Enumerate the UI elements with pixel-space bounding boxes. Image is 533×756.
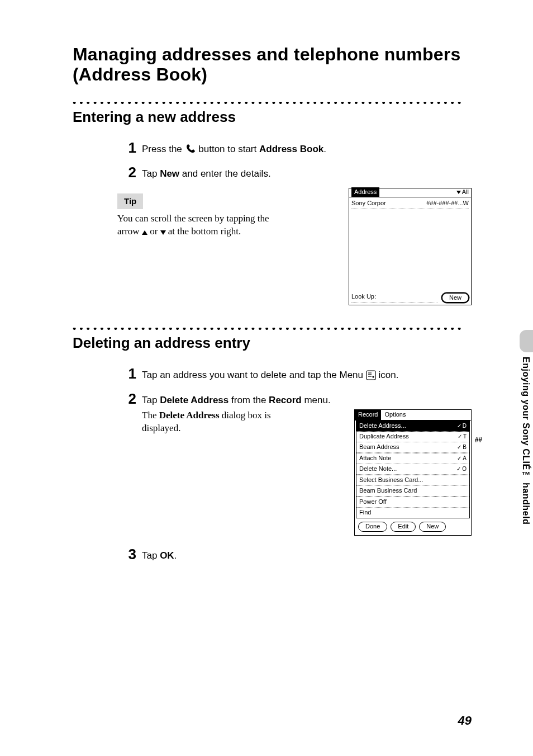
step-3: 3 Tap OK. (117, 547, 472, 563)
text: icon. (378, 370, 398, 380)
text: from the (229, 395, 269, 405)
step-number: 2 (117, 165, 136, 180)
menu-item-label: Find (359, 508, 371, 517)
new-button[interactable]: New (419, 522, 446, 532)
menu-item-label: Attach Note (359, 454, 391, 463)
step-body: Tap an address you want to delete and ta… (142, 366, 472, 385)
menu-item-delete-address[interactable]: Delete Address... ✓D (356, 421, 469, 432)
text: Tap an address you want to delete and ta… (142, 370, 366, 380)
palm-menu-panel: Delete Address... ✓D Duplicate Address ✓… (356, 420, 470, 518)
step-body: Tap OK. (142, 547, 472, 563)
menu-item-delete-note[interactable]: Delete Note... ✓O (356, 464, 469, 475)
phone-button-icon (185, 143, 196, 159)
menu-item-label: Duplicate Address (359, 432, 409, 441)
shortcut: ✓B (457, 443, 467, 452)
palm-bottom-bar: Look Up: New (351, 292, 469, 303)
chapter-title: Managing addresses and telephone numbers… (73, 45, 472, 85)
done-button[interactable]: Done (358, 522, 387, 532)
step-2: 2 Tap New and enter the details. (117, 165, 472, 181)
section-deleting-address: Deleting an address entry 1 Tap an addre… (73, 328, 472, 563)
tip-text: You can scroll the screen by tapping the… (117, 212, 285, 238)
note-and-screenshot-row: The Delete Address dialog box is display… (142, 409, 472, 535)
tab-options[interactable]: Options (381, 410, 409, 420)
text: at the bottom right. (166, 226, 241, 237)
menu-item-beam-business-card[interactable]: Beam Business Card (356, 486, 469, 497)
list-item-phone: ###-###-##...W (426, 199, 469, 208)
step-number: 1 (117, 140, 136, 155)
address-list-screenshot: Address All Sony Corpor ###-###-##...W L… (349, 188, 472, 305)
step-number: 3 (117, 547, 136, 562)
tip-column: Tip You can scroll the screen by tapping… (117, 188, 285, 238)
text: menu. (302, 395, 331, 405)
palm-title-bar: Address All (349, 188, 471, 197)
step-number: 1 (117, 366, 136, 381)
text: Tap (142, 395, 160, 405)
lookup-field[interactable]: Look Up: (351, 292, 437, 303)
text-bold: New (160, 168, 179, 179)
step-1: 1 Tap an address you want to delete and … (117, 366, 472, 385)
text: All (462, 188, 469, 197)
section-entering-new-address: Entering a new address 1 Press the butto… (73, 102, 472, 305)
edge-thumb-tab (520, 330, 533, 352)
text: . (174, 550, 177, 561)
shortcut-key: A (463, 455, 467, 463)
edit-button[interactable]: Edit (391, 522, 416, 532)
triangle-down-icon (160, 230, 166, 235)
chevron-down-icon (456, 191, 461, 194)
step-body: Press the button to start Address Book. (142, 140, 472, 159)
text-bold: Delete Address (160, 395, 229, 405)
shortcut-key: O (462, 465, 467, 474)
steps-list: 1 Tap an address you want to delete and … (117, 366, 472, 563)
record-menu-screenshot: Record Options Delete Address... ✓D (354, 409, 472, 535)
menu-item-attach-note[interactable]: Attach Note ✓A (356, 453, 469, 464)
text: . (323, 144, 326, 154)
list-item-name: Sony Corpor (351, 199, 386, 208)
menu-item-beam-address[interactable]: Beam Address ✓B (356, 442, 469, 453)
menu-item-label: Beam Address (359, 443, 399, 452)
shortcut: ✓D (457, 422, 467, 431)
menu-item-label: Delete Address... (359, 422, 406, 431)
tip-label: Tip (117, 193, 143, 209)
step-number: 2 (117, 391, 136, 407)
new-button[interactable]: New (442, 293, 469, 303)
text: You can scroll the screen by tapping the (117, 213, 269, 224)
menu-item-power-off[interactable]: Power Off (356, 497, 469, 508)
menu-item-label: Select Business Card... (359, 476, 423, 485)
tab-record[interactable]: Record (355, 410, 381, 420)
shortcut-key: B (463, 443, 467, 452)
menu-item-label: Power Off (359, 498, 387, 507)
shortcut-key: T (463, 433, 467, 441)
menu-item-duplicate-address[interactable]: Duplicate Address ✓T (356, 432, 469, 442)
menu-item-label: Delete Note... (359, 465, 397, 474)
menu-item-label: Beam Business Card (359, 486, 417, 495)
steps-list: 1 Press the button to start Address Book… (117, 140, 472, 305)
text: button to start (198, 144, 259, 154)
tip-and-screenshot-row: Tip You can scroll the screen by tapping… (117, 188, 472, 305)
text: arrow (117, 226, 142, 237)
screenshot-column: Record Options Delete Address... ✓D (298, 409, 472, 535)
dotted-rule (73, 328, 472, 331)
shortcut: ✓T (458, 433, 467, 441)
menu-item-find[interactable]: Find (356, 508, 469, 518)
list-item[interactable]: Sony Corpor ###-###-##...W (351, 199, 469, 209)
text-bold: Record (269, 395, 302, 405)
triangle-up-icon (142, 230, 147, 235)
text: and enter the details. (179, 168, 271, 179)
palm-category-selector[interactable]: All (456, 188, 469, 197)
palm-app-title: Address (351, 187, 379, 197)
shortcut: ✓O (456, 465, 467, 474)
menu-icon (366, 370, 376, 385)
page: Managing addresses and telephone numbers… (0, 0, 533, 756)
palm-bottom-buttons: Done Edit New (355, 518, 471, 532)
side-running-header: Enjoying your Sony CLIÉ™ handheld (518, 352, 533, 529)
step-body: Tap Delete Address from the Record menu.… (142, 391, 472, 536)
text-bold: Address Book (259, 144, 323, 154)
menu-item-select-business-card[interactable]: Select Business Card... (356, 475, 469, 486)
text: or (147, 226, 160, 237)
dotted-rule (73, 102, 472, 105)
text: Press the (142, 144, 185, 154)
screenshot-column: Address All Sony Corpor ###-###-##...W L… (307, 188, 472, 305)
step-1: 1 Press the button to start Address Book… (117, 140, 472, 159)
text: Tap (142, 168, 160, 179)
shortcut: ✓A (457, 455, 467, 463)
